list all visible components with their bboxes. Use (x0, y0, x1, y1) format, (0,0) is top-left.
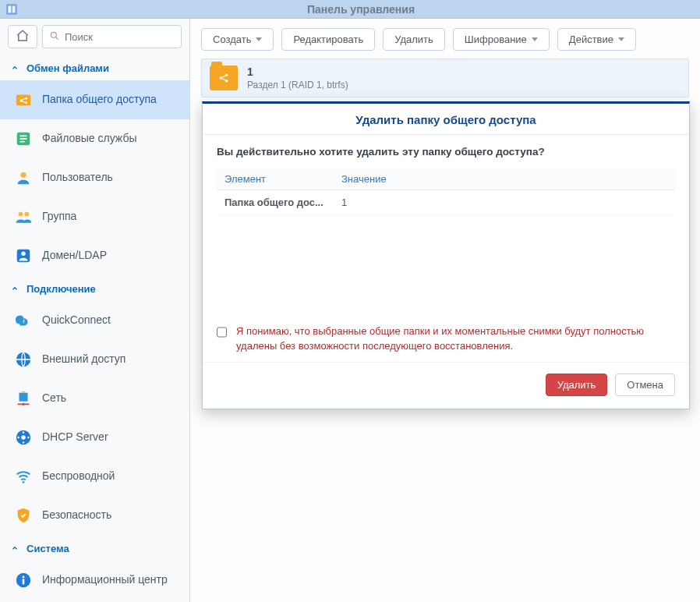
sidebar-item-domain-ldap[interactable]: Домен/LDAP (0, 236, 189, 275)
cancel-button[interactable]: Отмена (615, 374, 675, 396)
chevron-up-icon (11, 543, 19, 554)
svg-rect-0 (6, 4, 17, 15)
cell-element: Папка общего дос... (217, 190, 334, 215)
sidebar-item-user[interactable]: Пользователь (0, 158, 189, 197)
dialog-title: Удалить папку общего доступа (203, 104, 689, 135)
share-folder-icon (14, 90, 33, 109)
button-label: Действие (569, 34, 613, 45)
svg-point-19 (23, 431, 25, 434)
acknowledge-checkbox[interactable] (217, 326, 227, 338)
button-label: Удалить (557, 379, 596, 391)
delete-button[interactable]: Удалить (383, 28, 445, 51)
chevron-up-icon (11, 283, 19, 295)
section-header-file-sharing[interactable]: Обмен файлами (0, 55, 189, 80)
folder-name: 1 (247, 66, 348, 78)
button-label: Удалить (394, 34, 433, 45)
sidebar-item-label: Внешний доступ (42, 352, 179, 367)
domain-icon (14, 246, 33, 265)
search-input[interactable] (65, 31, 175, 43)
acknowledge-text: Я понимаю, что выбранные общие папки и и… (236, 324, 675, 354)
svg-point-22 (27, 437, 30, 439)
shield-icon (14, 506, 33, 525)
section-header-connection[interactable]: Подключение (0, 275, 189, 301)
search-field[interactable] (42, 25, 182, 48)
chevron-down-icon (256, 37, 262, 41)
svg-point-29 (225, 80, 228, 82)
sidebar-item-file-services[interactable]: Файловые службы (0, 119, 189, 158)
confirm-delete-button[interactable]: Удалить (546, 374, 608, 396)
group-icon (14, 207, 33, 226)
delete-shared-folder-dialog: Удалить папку общего доступа Вы действит… (202, 101, 690, 409)
network-icon (14, 389, 33, 408)
sidebar-item-label: QuickConnect (42, 313, 179, 328)
cell-value: 1 (334, 190, 652, 215)
svg-point-25 (23, 575, 25, 578)
svg-point-20 (23, 441, 25, 444)
folder-meta: 1 Раздел 1 (RAID 1, btrfs) (247, 66, 348, 90)
home-button[interactable] (8, 25, 37, 48)
chevron-down-icon (532, 37, 538, 41)
create-button[interactable]: Создать (201, 28, 274, 51)
edit-button[interactable]: Редактировать (281, 28, 375, 51)
sidebar-item-info-center[interactable]: Информационный центр (0, 561, 189, 600)
svg-rect-15 (19, 393, 28, 402)
sidebar-item-security[interactable]: Безопасность (0, 496, 189, 535)
section-label: Система (27, 543, 69, 554)
svg-point-16 (22, 403, 24, 405)
sidebar-item-shared-folder[interactable]: Папка общего доступа (0, 80, 189, 119)
section-label: Подключение (27, 283, 96, 295)
section-header-system[interactable]: Система (0, 535, 189, 561)
sidebar-item-label: Домен/LDAP (42, 249, 179, 263)
chevron-down-icon (618, 37, 624, 41)
wifi-icon (14, 467, 33, 486)
app-icon (5, 2, 19, 16)
svg-point-3 (51, 32, 56, 37)
folder-desc: Раздел 1 (RAID 1, btrfs) (247, 80, 348, 90)
button-label: Редактировать (293, 34, 363, 45)
sidebar-item-label: Пользователь (42, 171, 179, 185)
section-label: Обмен файлами (27, 62, 109, 74)
sidebar-item-label: Папка общего доступа (42, 93, 179, 107)
svg-rect-1 (9, 5, 12, 12)
folder-row[interactable]: 1 Раздел 1 (RAID 1, btrfs) (201, 58, 689, 97)
sidebar-item-label: DHCP Server (42, 430, 179, 444)
button-label: Создать (213, 34, 251, 45)
sidebar-item-group[interactable]: Группа (0, 197, 189, 236)
svg-point-23 (23, 481, 25, 483)
window-title: Панель управления (27, 3, 695, 16)
file-services-icon (14, 129, 33, 148)
main-panel: Создать Редактировать Удалить Шифрование… (190, 19, 700, 602)
action-button[interactable]: Действие (557, 28, 636, 51)
sidebar-item-wireless[interactable]: Беспроводной (0, 457, 189, 496)
sidebar-item-label: Информационный центр (42, 573, 179, 587)
button-label: Отмена (627, 379, 663, 391)
dhcp-icon (14, 428, 33, 447)
sidebar-item-label: Безопасность (42, 508, 179, 522)
encryption-button[interactable]: Шифрование (453, 28, 550, 51)
sidebar: Обмен файлами Папка общего доступа Файло… (0, 19, 190, 602)
svg-rect-26 (23, 579, 25, 584)
sidebar-item-network[interactable]: Сеть (0, 379, 189, 418)
svg-point-11 (24, 212, 29, 217)
sidebar-item-external-access[interactable]: Внешний доступ (0, 340, 189, 379)
svg-point-21 (17, 437, 19, 439)
table-row: Папка общего дос... 1 (217, 190, 675, 215)
external-access-icon (14, 350, 33, 369)
svg-point-9 (20, 172, 26, 178)
col-element: Элемент (217, 168, 334, 190)
sidebar-item-label: Группа (42, 210, 179, 224)
svg-point-27 (220, 76, 222, 79)
button-label: Шифрование (465, 34, 527, 45)
dialog-question: Вы действительно хотите удалить эту папк… (217, 146, 675, 158)
svg-point-18 (21, 435, 26, 440)
svg-point-13 (21, 252, 26, 257)
sidebar-item-dhcp[interactable]: DHCP Server (0, 418, 189, 457)
chevron-up-icon (11, 62, 19, 74)
search-icon (49, 30, 60, 44)
info-icon (14, 571, 33, 590)
sidebar-item-label: Беспроводной (42, 469, 179, 483)
quickconnect-icon (14, 311, 33, 330)
dialog-table: Элемент Значение Папка общего дос... 1 (217, 168, 675, 215)
col-value: Значение (334, 168, 652, 190)
sidebar-item-quickconnect[interactable]: QuickConnect (0, 301, 189, 340)
